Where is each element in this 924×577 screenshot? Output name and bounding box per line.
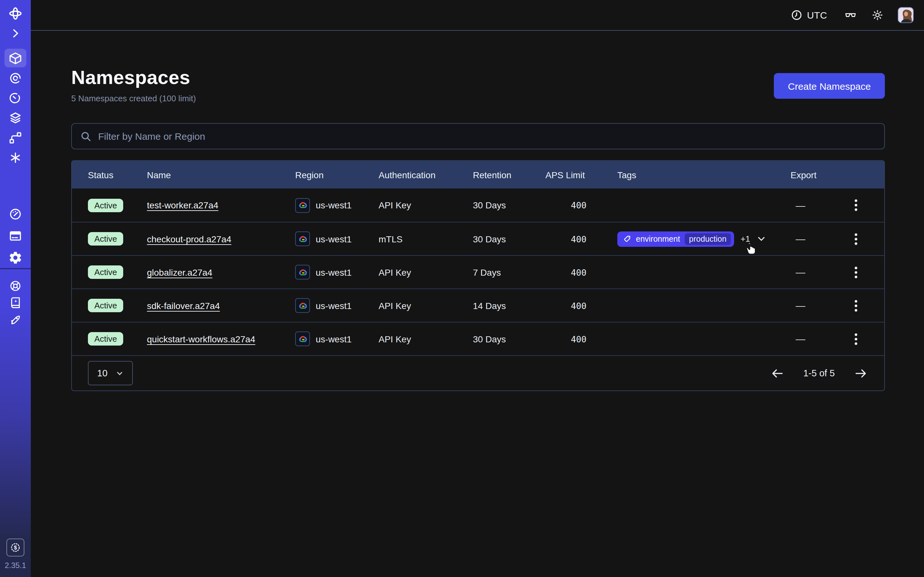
status-cell: Active [88, 232, 147, 245]
billing-card-icon[interactable] [8, 229, 23, 243]
tags-cell: environment production +1 [617, 231, 790, 247]
sidebar: $ 2.35.1 [0, 0, 31, 577]
auth-cell: API Key [379, 200, 473, 210]
region-name: us-west1 [316, 200, 352, 210]
retention-cell: 30 Days [473, 234, 545, 244]
row-menu-button[interactable] [852, 297, 860, 314]
table-row: Active test-worker.a27a4 us-west1 API Ke… [72, 189, 884, 222]
timer-icon[interactable] [8, 91, 23, 105]
tags-expand-chevron-icon[interactable] [756, 234, 766, 243]
status-badge: Active [88, 299, 124, 312]
region-cell: us-west1 [295, 231, 379, 246]
retention-cell: 14 Days [473, 300, 545, 311]
lifebuoy-icon[interactable] [9, 279, 22, 292]
namespace-link[interactable]: quickstart-workflows.a27a4 [147, 334, 255, 344]
name-cell: test-worker.a27a4 [147, 200, 295, 210]
clock-icon [790, 9, 803, 21]
svg-text:$: $ [14, 545, 17, 550]
filter-input[interactable] [98, 124, 884, 149]
auth-cell: API Key [379, 300, 473, 311]
export-cell: — [790, 197, 884, 213]
timezone-label: UTC [807, 10, 827, 21]
table-row: Active checkout-prod.a27a4 us-west1 mTLS… [72, 222, 884, 255]
google-cloud-icon [295, 265, 310, 279]
status-badge: Active [88, 232, 124, 245]
page-size-select[interactable]: 10 [88, 361, 133, 385]
status-badge: Active [88, 332, 124, 346]
export-cell: — [790, 330, 884, 347]
name-cell: quickstart-workflows.a27a4 [147, 334, 295, 344]
avatar[interactable] [898, 7, 914, 23]
status-badge: Active [88, 266, 124, 279]
table-body: Active test-worker.a27a4 us-west1 API Ke… [72, 189, 884, 355]
app-version: 2.35.1 [0, 561, 31, 570]
status-badge: Active [88, 198, 124, 212]
region-name: us-west1 [316, 267, 352, 277]
namespace-link[interactable]: checkout-prod.a27a4 [147, 234, 231, 244]
tag-pill[interactable]: environment production [617, 231, 734, 247]
row-menu-button[interactable] [852, 264, 860, 280]
page-size-value: 10 [97, 368, 107, 378]
status-cell: Active [88, 299, 147, 312]
gear-icon[interactable] [8, 251, 23, 265]
aps-limit-cell: 400 [545, 334, 617, 344]
next-page-button[interactable] [853, 365, 869, 381]
region-cell: us-west1 [295, 332, 379, 346]
tags-group: environment production +1 [617, 231, 766, 247]
chevron-right-icon[interactable] [9, 27, 22, 40]
tags-more-count: +1 [740, 234, 750, 243]
col-tags: Tags [617, 169, 790, 180]
aps-limit-cell: 400 [545, 200, 617, 210]
region-name: us-west1 [316, 234, 352, 244]
glasses-icon[interactable] [844, 8, 857, 22]
table-row: Active quickstart-workflows.a27a4 us-wes… [72, 322, 884, 355]
layers-icon[interactable] [8, 111, 23, 125]
create-namespace-button[interactable]: Create Namespace [774, 73, 885, 99]
pager-range: 1-5 of 5 [803, 368, 835, 378]
retention-cell: 30 Days [473, 334, 545, 344]
table-footer: 10 1-5 of 5 [72, 355, 884, 390]
timezone-selector[interactable]: UTC [790, 9, 827, 21]
status-cell: Active [88, 198, 147, 212]
namespace-link[interactable]: globalizer.a27a4 [147, 267, 212, 277]
col-authentication: Authentication [379, 169, 473, 180]
tag-icon [623, 235, 632, 243]
aps-limit-cell: 400 [545, 267, 617, 277]
cube-icon[interactable] [8, 51, 23, 65]
name-cell: sdk-failover.a27a4 [147, 300, 295, 311]
temporal-logo[interactable] [8, 6, 23, 21]
export-value: — [796, 300, 805, 311]
region-cell: us-west1 [295, 265, 379, 279]
namespace-link[interactable]: test-worker.a27a4 [147, 200, 218, 210]
dollar-badge-icon[interactable]: $ [6, 538, 24, 556]
row-menu-button[interactable] [852, 197, 860, 213]
asterisk-icon[interactable] [8, 151, 23, 165]
sidebar-divider [0, 268, 31, 269]
region-cell: us-west1 [295, 198, 379, 213]
col-status: Status [88, 169, 147, 180]
region-name: us-west1 [316, 300, 352, 311]
sun-icon[interactable] [871, 9, 884, 21]
row-menu-button[interactable] [852, 330, 860, 347]
table-header-row: Status Name Region Authentication Retent… [72, 161, 884, 189]
spiral-icon[interactable] [8, 71, 23, 85]
region-cell: us-west1 [295, 298, 379, 313]
app-window: $ 2.35.1 UTC [0, 0, 924, 577]
row-menu-button[interactable] [852, 230, 860, 247]
status-cell: Active [88, 332, 147, 346]
retention-cell: 7 Days [473, 267, 545, 277]
google-cloud-icon [295, 298, 310, 313]
aps-limit-cell: 400 [545, 234, 617, 244]
namespace-link[interactable]: sdk-failover.a27a4 [147, 300, 220, 311]
status-cell: Active [88, 266, 147, 279]
graph-icon[interactable] [8, 131, 23, 145]
namespaces-table: Status Name Region Authentication Retent… [71, 160, 885, 391]
gauge-icon[interactable] [8, 207, 23, 221]
prev-page-button[interactable] [769, 365, 785, 381]
region-name: us-west1 [316, 334, 352, 344]
book-icon[interactable] [9, 296, 22, 309]
rocket-icon[interactable] [9, 314, 22, 326]
name-cell: checkout-prod.a27a4 [147, 234, 295, 244]
col-name: Name [147, 169, 295, 180]
table-row: Active sdk-failover.a27a4 us-west1 API K… [72, 288, 884, 322]
